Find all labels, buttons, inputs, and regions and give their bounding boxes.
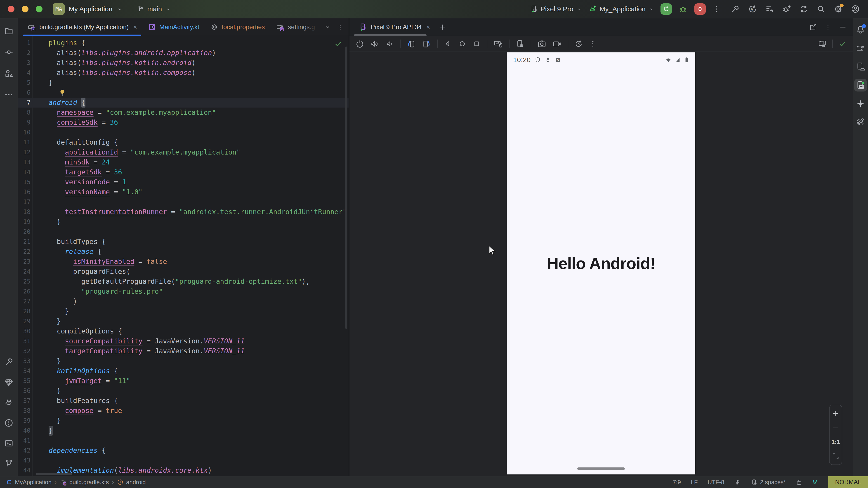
settings-gear-icon[interactable] bbox=[834, 4, 843, 13]
apply-code-changes-icon[interactable] bbox=[765, 4, 774, 13]
code-line[interactable]: 11 defaultConfig { bbox=[18, 137, 348, 147]
debug-button[interactable] bbox=[679, 4, 688, 13]
chevron-down-icon[interactable] bbox=[324, 24, 331, 31]
logcat-cat-icon[interactable] bbox=[2, 396, 15, 409]
device-manager-icon[interactable] bbox=[854, 60, 867, 73]
back-icon[interactable] bbox=[443, 39, 452, 48]
code-line[interactable]: 41 bbox=[18, 435, 348, 446]
code-line[interactable]: 20 bbox=[18, 227, 348, 237]
sync-gradle-icon[interactable] bbox=[799, 4, 808, 13]
code-editor[interactable]: 1plugins {2 alias(libs.plugins.android.a… bbox=[18, 36, 348, 476]
gemini-icon[interactable] bbox=[854, 97, 867, 110]
vim-mode-badge[interactable]: NORMAL bbox=[828, 476, 868, 488]
code-line[interactable]: 16 versionName = "1.0" bbox=[18, 187, 348, 197]
power-icon[interactable] bbox=[355, 39, 364, 48]
apply-changes-icon[interactable]: A bbox=[748, 4, 757, 13]
close-icon[interactable]: × bbox=[133, 23, 137, 31]
code-line[interactable]: 18 testInstrumentationRunner = "androidx… bbox=[18, 207, 348, 217]
line-ending-widget[interactable]: LF bbox=[691, 479, 698, 486]
indent-widget[interactable]: 2 spaces* bbox=[751, 479, 786, 486]
version-control-icon[interactable] bbox=[2, 457, 15, 470]
gemini-disabled-icon[interactable] bbox=[734, 479, 741, 486]
rotate-left-icon[interactable] bbox=[406, 39, 416, 48]
code-line[interactable]: 2 alias(libs.plugins.android.application… bbox=[18, 48, 348, 58]
tab-mainactivity[interactable]: MainActivity.kt bbox=[143, 18, 205, 36]
code-line[interactable]: 37 buildFeatures { bbox=[18, 396, 348, 406]
tab-build-gradle[interactable]: K build.gradle.kts (My Application) × bbox=[22, 18, 143, 36]
volume-down-icon[interactable] bbox=[385, 39, 394, 48]
code-line[interactable]: 21 buildTypes { bbox=[18, 237, 348, 247]
running-devices-icon[interactable] bbox=[854, 79, 867, 92]
stop-button[interactable] bbox=[694, 3, 706, 15]
code-line[interactable]: 6 bbox=[18, 88, 348, 98]
rotate-right-icon[interactable] bbox=[422, 39, 431, 48]
zoom-in-icon[interactable] bbox=[832, 410, 839, 417]
breadcrumb-project[interactable]: MyApplication bbox=[6, 479, 52, 486]
code-line[interactable]: 25 getDefaultProguardFile("proguard-andr… bbox=[18, 276, 348, 287]
code-line[interactable]: 3 alias(libs.plugins.kotlin.android) bbox=[18, 58, 348, 68]
tab-local-properties[interactable]: local.properties bbox=[205, 18, 270, 36]
editor-horizontal-scrollbar[interactable] bbox=[36, 473, 72, 475]
ui-check-icon[interactable] bbox=[818, 39, 827, 48]
overview-icon[interactable] bbox=[472, 39, 481, 48]
code-line[interactable]: 12 applicationId = "com.example.myapplic… bbox=[18, 147, 348, 157]
hide-panel-icon[interactable] bbox=[839, 23, 847, 31]
code-line[interactable]: 38 compose = true bbox=[18, 406, 348, 416]
home-icon[interactable] bbox=[458, 39, 467, 48]
minimize-window-button[interactable] bbox=[22, 6, 29, 12]
tab-device[interactable]: Pixel 9 Pro API 34 × bbox=[353, 18, 436, 36]
device-settings-icon[interactable] bbox=[515, 39, 525, 48]
more-icon[interactable] bbox=[825, 24, 831, 31]
attach-debugger-icon[interactable] bbox=[782, 4, 791, 13]
unlock-icon[interactable] bbox=[796, 479, 802, 486]
inspection-ok-icon[interactable] bbox=[334, 40, 342, 48]
breadcrumb-element[interactable]: λ android bbox=[117, 479, 146, 486]
add-device-tab-icon[interactable] bbox=[439, 18, 446, 36]
zoom-out-icon[interactable] bbox=[832, 424, 839, 432]
gradle-tool-icon[interactable] bbox=[854, 42, 867, 55]
code-line[interactable]: 1plugins { bbox=[18, 38, 348, 48]
code-line[interactable]: 14 targetSdk = 36 bbox=[18, 167, 348, 177]
breadcrumb-file[interactable]: K build.gradle.kts bbox=[60, 479, 109, 486]
notifications-icon[interactable] bbox=[854, 23, 867, 36]
encoding-widget[interactable]: UTF-8 bbox=[708, 479, 724, 486]
open-in-new-window-icon[interactable] bbox=[809, 23, 817, 31]
navigation-pill[interactable] bbox=[577, 467, 625, 470]
code-line[interactable]: 23 isMinifyEnabled = false bbox=[18, 257, 348, 267]
fit-to-window-icon[interactable] bbox=[832, 452, 839, 460]
code-line[interactable]: 32 targetCompatibility = JavaVersion.VER… bbox=[18, 346, 348, 356]
rerun-button[interactable] bbox=[660, 3, 672, 15]
code-line[interactable]: 34 kotlinOptions { bbox=[18, 366, 348, 376]
code-line[interactable]: 24 proguardFiles( bbox=[18, 267, 348, 276]
code-line[interactable]: 8 namespace = "com.example.myapplication… bbox=[18, 107, 348, 118]
code-line[interactable]: 22 release { bbox=[18, 247, 348, 257]
search-icon[interactable] bbox=[816, 4, 826, 13]
profile-icon[interactable] bbox=[851, 4, 860, 13]
code-line[interactable]: 17 bbox=[18, 197, 348, 207]
build-hammer-icon[interactable] bbox=[731, 4, 740, 13]
build-tool-icon[interactable] bbox=[2, 356, 15, 368]
problems-icon[interactable] bbox=[2, 417, 15, 429]
device-screen[interactable]: 10:20 A bbox=[507, 53, 695, 475]
reset-icon[interactable] bbox=[574, 39, 583, 48]
code-line[interactable]: 19 } bbox=[18, 217, 348, 227]
code-line[interactable]: 15 versionCode = 1 bbox=[18, 177, 348, 187]
more-icon[interactable] bbox=[337, 24, 344, 31]
code-line[interactable]: 33 } bbox=[18, 356, 348, 366]
code-line[interactable]: 5} bbox=[18, 78, 348, 88]
vcs-branch-widget[interactable]: main bbox=[136, 5, 171, 13]
code-line[interactable]: 27 ) bbox=[18, 296, 348, 306]
terminal-icon[interactable] bbox=[2, 437, 15, 450]
device-selector[interactable]: Pixel 9 Pro bbox=[530, 5, 581, 13]
code-line[interactable]: 4 alias(libs.plugins.kotlin.compose) bbox=[18, 68, 348, 78]
more-icon[interactable] bbox=[589, 40, 597, 48]
airplane-icon[interactable] bbox=[854, 116, 867, 129]
code-line[interactable]: 7android { bbox=[18, 98, 348, 107]
code-line[interactable]: 39 } bbox=[18, 416, 348, 426]
code-line[interactable]: 26 "proguard-rules.pro" bbox=[18, 287, 348, 296]
code-line[interactable]: 35 jvmTarget = "11" bbox=[18, 376, 348, 386]
close-window-button[interactable] bbox=[8, 6, 14, 12]
code-line[interactable]: 28 } bbox=[18, 306, 348, 316]
close-icon[interactable]: × bbox=[426, 23, 430, 31]
more-tool-windows-icon[interactable] bbox=[2, 88, 15, 101]
